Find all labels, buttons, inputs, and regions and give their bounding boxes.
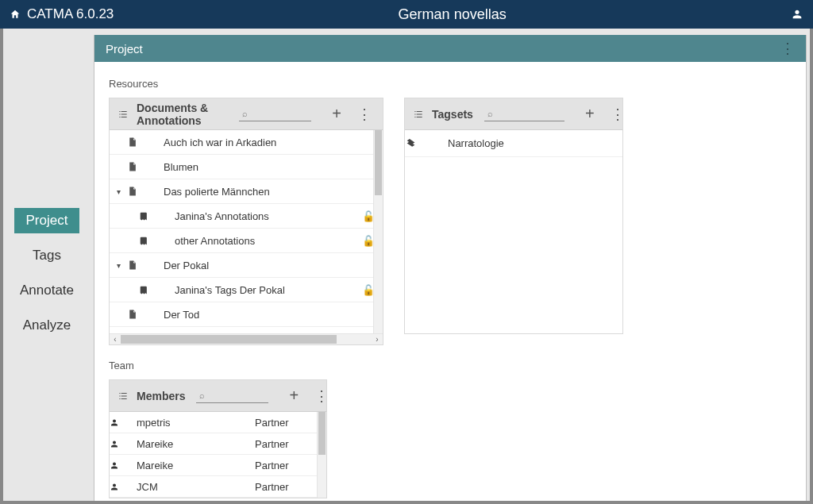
tagsets-card-header: Tagsets ⌕ + ⋮ bbox=[405, 98, 622, 130]
panel-header: Project ⋮ bbox=[94, 35, 806, 62]
members-list[interactable]: mpetrisPartnerMareikePartnerMareikePartn… bbox=[110, 412, 326, 498]
sidebar-item-analyze[interactable]: Analyze bbox=[14, 313, 79, 338]
sidebar-item-label: Analyze bbox=[23, 317, 71, 333]
tagsets-add-button[interactable]: + bbox=[580, 105, 599, 123]
sidebar-item-tags[interactable]: Tags bbox=[14, 243, 79, 268]
team-row: Members ⌕ + ⋮ mpetrisPartnerMareikePartn… bbox=[109, 379, 792, 498]
row-label: Narratologie bbox=[441, 137, 622, 149]
person-icon bbox=[110, 460, 133, 471]
row-label: Janina's Annotations bbox=[160, 210, 362, 222]
list-icon bbox=[118, 109, 129, 120]
sidebar-item-label: Annotate bbox=[20, 283, 74, 298]
section-title-team: Team bbox=[109, 360, 792, 371]
member-role: Partner bbox=[255, 481, 326, 493]
member-name: mpetris bbox=[133, 417, 255, 429]
tagsets-list[interactable]: Narratologie bbox=[405, 130, 622, 333]
documents-card-header: Documents & Annotations ⌕ + ⋮ bbox=[110, 98, 383, 130]
documents-more-icon[interactable]: ⋮ bbox=[354, 106, 375, 123]
tagsets-search[interactable]: ⌕ bbox=[484, 107, 564, 121]
document-row[interactable]: Janina's Annotations🔓 bbox=[110, 204, 383, 229]
tagsets-more-icon[interactable]: ⋮ bbox=[607, 106, 628, 123]
home-icon[interactable] bbox=[10, 9, 21, 20]
hscroll-right-icon[interactable]: › bbox=[372, 335, 383, 344]
user-icon[interactable] bbox=[791, 8, 803, 21]
panel-more-icon[interactable]: ⋮ bbox=[780, 40, 795, 57]
member-name: Mareike bbox=[133, 460, 255, 471]
member-role: Partner bbox=[255, 460, 326, 471]
members-card: Members ⌕ + ⋮ mpetrisPartnerMareikePartn… bbox=[109, 379, 327, 498]
resources-row: Documents & Annotations ⌕ + ⋮ Auch ich w… bbox=[109, 98, 792, 345]
tagsets-card: Tagsets ⌕ + ⋮ Narratologie bbox=[404, 98, 623, 334]
document-row[interactable]: ▾Der Pokal bbox=[110, 253, 383, 278]
book-icon bbox=[138, 211, 160, 221]
app-title: CATMA 6.0.23 bbox=[27, 6, 114, 22]
members-search[interactable]: ⌕ bbox=[196, 389, 268, 403]
section-title-resources: Resources bbox=[109, 78, 792, 90]
hscroll-left-icon[interactable]: ‹ bbox=[110, 335, 121, 344]
tagsets-search-input[interactable] bbox=[493, 107, 564, 120]
row-label: Auch ich war in Arkadien bbox=[149, 137, 362, 148]
tagset-row[interactable]: Narratologie bbox=[405, 130, 622, 157]
sidebar-item-annotate[interactable]: Annotate bbox=[14, 278, 79, 303]
list-icon bbox=[413, 109, 424, 120]
person-icon bbox=[110, 417, 133, 428]
member-row[interactable]: MareikePartner bbox=[110, 433, 326, 455]
documents-card: Documents & Annotations ⌕ + ⋮ Auch ich w… bbox=[109, 98, 383, 345]
person-icon bbox=[110, 439, 133, 449]
document-row[interactable]: ▾Das polierte Männchen bbox=[110, 179, 383, 204]
document-icon bbox=[127, 186, 149, 197]
members-more-icon[interactable]: ⋮ bbox=[311, 387, 332, 405]
main-area: Project Tags Annotate Analyze Project ⋮ … bbox=[0, 29, 813, 504]
documents-add-button[interactable]: + bbox=[327, 105, 346, 123]
member-row[interactable]: JCMPartner bbox=[110, 476, 326, 498]
document-icon bbox=[127, 260, 149, 271]
tag-icon bbox=[405, 138, 441, 148]
members-vscrollbar[interactable] bbox=[317, 412, 326, 498]
document-row[interactable]: other Annotations🔓 bbox=[110, 229, 383, 253]
members-card-header: Members ⌕ + ⋮ bbox=[110, 380, 326, 412]
expand-icon[interactable]: ▾ bbox=[110, 261, 127, 270]
document-row[interactable]: Auch ich war in Arkadien bbox=[110, 130, 383, 155]
document-row[interactable]: Blumen bbox=[110, 155, 383, 179]
member-name: Mareike bbox=[133, 438, 255, 450]
member-row[interactable]: mpetrisPartner bbox=[110, 412, 326, 433]
row-label: Der Tod bbox=[149, 309, 362, 321]
members-add-button[interactable]: + bbox=[284, 387, 303, 405]
member-name: JCM bbox=[133, 481, 255, 493]
document-row[interactable]: Janina's Tags Der Pokal🔓 bbox=[110, 278, 383, 302]
search-icon: ⌕ bbox=[242, 109, 248, 118]
documents-search[interactable]: ⌕ bbox=[239, 107, 311, 121]
book-icon bbox=[138, 236, 160, 246]
top-header: CATMA 6.0.23 German novellas bbox=[0, 0, 813, 29]
members-search-input[interactable] bbox=[205, 389, 268, 402]
sidebar-item-label: Tags bbox=[33, 248, 61, 263]
documents-tree[interactable]: Auch ich war in ArkadienBlumen▾Das polie… bbox=[110, 130, 383, 333]
search-icon: ⌕ bbox=[487, 109, 493, 118]
row-label: Die Kriegspfeife bbox=[149, 333, 362, 334]
document-row[interactable]: Der Tod bbox=[110, 302, 383, 327]
documents-vscrollbar[interactable] bbox=[373, 130, 383, 333]
panel-title: Project bbox=[106, 42, 143, 56]
sidebar-item-label: Project bbox=[26, 213, 68, 228]
row-label: Janina's Tags Der Pokal bbox=[160, 284, 362, 296]
documents-hscrollbar[interactable]: ‹ › bbox=[110, 333, 383, 344]
row-label: Das polierte Männchen bbox=[149, 186, 362, 198]
row-label: other Annotations bbox=[160, 235, 362, 247]
row-label: Blumen bbox=[149, 161, 362, 173]
document-row[interactable]: Die Kriegspfeife bbox=[110, 327, 383, 333]
panel-body: Resources Documents & Annotations ⌕ bbox=[94, 62, 806, 501]
document-icon bbox=[127, 137, 149, 148]
expand-icon[interactable]: ▾ bbox=[110, 187, 127, 196]
search-icon: ⌕ bbox=[199, 391, 205, 400]
member-row[interactable]: MareikePartner bbox=[110, 455, 326, 476]
documents-search-input[interactable] bbox=[248, 107, 311, 120]
member-role: Partner bbox=[255, 438, 326, 450]
sidebar-item-project[interactable]: Project bbox=[14, 208, 79, 233]
document-icon bbox=[127, 309, 149, 320]
row-label: Der Pokal bbox=[149, 260, 362, 271]
person-icon bbox=[110, 482, 133, 492]
documents-card-title: Documents & Annotations bbox=[137, 102, 228, 127]
tagsets-card-title: Tagsets bbox=[432, 108, 473, 121]
members-card-title: Members bbox=[137, 390, 185, 402]
content: Project ⋮ Resources Documents & Annotati… bbox=[91, 29, 810, 501]
